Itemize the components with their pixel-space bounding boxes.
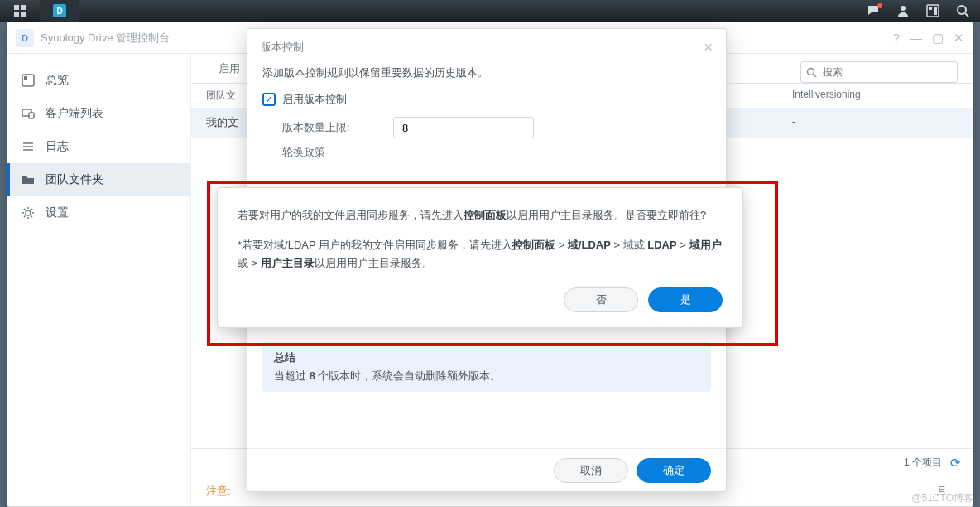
modal-description: 添加版本控制规则以保留重要数据的历史版本。 (262, 65, 711, 80)
app-logo-icon: D (16, 29, 34, 47)
sidebar-item-clients[interactable]: 客户端列表 (7, 97, 190, 130)
ok-button[interactable]: 确定 (637, 458, 711, 483)
window-maximize-button[interactable]: ▢ (932, 31, 944, 46)
confirm-text-1: 若要对用户的我的文件启用同步服务，请先进入控制面板以启用用户主目录服务。是否要立… (238, 206, 723, 225)
summary-text: 当超过 (274, 369, 310, 382)
summary-text: 个版本时，系统会自动删除额外版本。 (318, 369, 501, 382)
sidebar-item-label: 团队文件夹 (46, 172, 103, 187)
table-cell: - (792, 115, 958, 130)
logs-icon (21, 140, 36, 153)
svg-line-11 (965, 13, 968, 17)
taskbar-dashboard-icon[interactable] (920, 0, 945, 22)
sidebar-item-label: 日志 (46, 139, 69, 154)
sidebar-item-overview[interactable]: 总览 (7, 64, 190, 97)
summary-bold: 8 (310, 369, 315, 382)
max-versions-input[interactable] (393, 117, 534, 138)
confirm-dialog: 若要对用户的我的文件启用同步服务，请先进入控制面板以启用用户主目录服务。是否要立… (217, 187, 743, 328)
search-input[interactable] (800, 61, 958, 83)
sidebar-item-logs[interactable]: 日志 (7, 130, 190, 163)
cancel-button[interactable]: 取消 (554, 458, 628, 483)
taskbar-search-icon[interactable] (950, 0, 975, 22)
taskbar-apps-icon[interactable] (0, 0, 40, 22)
svg-rect-1 (21, 5, 26, 10)
svg-point-20 (808, 68, 814, 75)
sidebar-item-label: 客户端列表 (46, 106, 103, 121)
window-close-button[interactable]: ✕ (954, 31, 964, 46)
svg-rect-9 (934, 7, 937, 15)
sidebar-item-settings[interactable]: 设置 (7, 196, 190, 229)
checkbox-label: 启用版本控制 (282, 92, 347, 107)
sidebar-item-label: 总览 (46, 73, 69, 88)
svg-point-6 (901, 6, 906, 11)
summary-box: 总结 当超过 8 个版本时，系统会自动删除额外版本。 (262, 342, 711, 392)
app-title: Synology Drive 管理控制台 (41, 31, 170, 46)
tab-enable[interactable]: 启用 (206, 54, 252, 83)
search-icon (806, 67, 817, 78)
no-button[interactable]: 否 (564, 287, 638, 312)
svg-rect-2 (14, 12, 19, 17)
max-versions-label: 版本数量上限: (282, 120, 382, 135)
svg-rect-8 (929, 7, 932, 10)
taskbar-app-drive-icon[interactable]: D (40, 0, 79, 22)
note-label: 注意: (206, 484, 231, 499)
svg-text:D: D (56, 7, 62, 16)
gear-icon (21, 206, 36, 220)
checkbox-checked-icon[interactable]: ✓ (262, 93, 276, 106)
yes-button[interactable]: 是 (648, 287, 723, 312)
window-minimize-button[interactable]: — (910, 31, 922, 46)
table-header-col2: Intelliversioning (792, 89, 958, 103)
svg-line-21 (814, 75, 816, 77)
clients-icon (21, 107, 36, 120)
svg-point-10 (958, 6, 966, 14)
summary-title: 总结 (274, 350, 699, 365)
sidebar-item-teamfolder[interactable]: 团队文件夹 (7, 163, 190, 196)
enable-version-checkbox-row[interactable]: ✓ 启用版本控制 (262, 92, 711, 107)
folder-icon (21, 173, 36, 186)
svg-rect-13 (24, 76, 27, 80)
overview-icon (21, 74, 36, 87)
svg-point-19 (26, 210, 31, 215)
rotation-policy-label: 轮换政策 (282, 145, 711, 160)
svg-rect-15 (29, 113, 34, 118)
window-help-button[interactable]: ? (893, 31, 900, 46)
svg-rect-0 (14, 5, 19, 10)
system-taskbar: D (0, 0, 980, 22)
confirm-text-2: *若要对域/LDAP 用户的我的文件启用同步服务，请先进入控制面板 > 域/LD… (238, 236, 723, 273)
modal-title: 版本控制 (261, 40, 304, 55)
taskbar-user-icon[interactable] (891, 0, 915, 22)
modal-close-button[interactable]: × (704, 39, 713, 56)
sidebar-item-label: 设置 (46, 205, 69, 220)
sidebar: 总览 客户端列表 日志 团队文件夹 设置 (7, 54, 191, 506)
item-count: 1 个项目 (904, 456, 942, 470)
taskbar-chat-icon[interactable] (861, 0, 886, 22)
svg-rect-3 (21, 12, 26, 17)
refresh-button[interactable]: ⟳ (950, 456, 961, 471)
watermark: @51CTO博客 (911, 491, 973, 505)
